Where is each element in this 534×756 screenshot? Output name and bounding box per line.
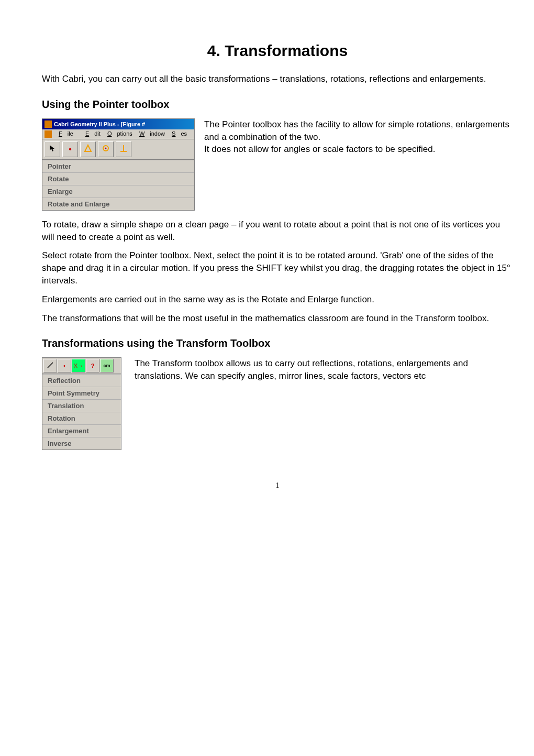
menu-rotate-and-enlarge[interactable]: Rotate and Enlarge (42, 198, 194, 210)
arrow-icon: X→ (74, 363, 83, 369)
transform-toolbar: • X→ ? cm (42, 358, 121, 374)
transform-tool-button[interactable]: X→ (72, 359, 85, 372)
page-number: 1 (42, 481, 513, 490)
pointer-tool-button[interactable] (44, 141, 60, 157)
transform-window-screenshot: • X→ ? cm Reflection Point Symmetry Tran… (42, 357, 121, 450)
para-transform-intro: The transformations that will be the mos… (42, 312, 513, 325)
calc-tool-button[interactable]: ? (86, 359, 99, 372)
menu-point-symmetry[interactable]: Point Symmetry (42, 387, 121, 399)
menu-rotate[interactable]: Rotate (42, 172, 194, 185)
svg-point-1 (105, 147, 107, 149)
menu-reflection[interactable]: Reflection (42, 374, 121, 387)
question-icon: ? (91, 363, 95, 369)
rotate-point-icon (102, 144, 110, 155)
triangle-tool-button[interactable] (80, 141, 96, 157)
section1-heading: Using the Pointer toolbox (42, 98, 513, 111)
section2-text: The Transform toolbox allows us to carry… (135, 357, 513, 382)
pointer-icon (49, 145, 56, 154)
measure-tool-button[interactable]: cm (100, 359, 114, 372)
app-icon (44, 120, 52, 128)
titlebar-text: Cabri Geometry II Plus - [Figure # (54, 121, 145, 127)
section2-heading: Transformations using the Transform Tool… (42, 337, 513, 349)
menu-inverse[interactable]: Inverse (42, 437, 121, 450)
line-icon (47, 361, 54, 370)
menu-enlargement[interactable]: Enlargement (42, 424, 121, 437)
transform-menu: Reflection Point Symmetry Translation Ro… (42, 374, 121, 450)
section1-text: The Pointer toolbox has the facility to … (204, 118, 513, 156)
para-rotate-intro: To rotate, draw a simple shape on a clea… (42, 218, 513, 244)
point-icon: • (63, 363, 65, 369)
menu-rotation[interactable]: Rotation (42, 412, 121, 424)
dot-icon: • (69, 145, 72, 154)
menu-window[interactable]: Window (139, 130, 165, 137)
para-rotate-instructions: Select rotate from the Pointer toolbox. … (42, 249, 513, 287)
point-tool-button-2[interactable]: • (58, 359, 71, 372)
page: 4. Transformations With Cabri, you can c… (0, 0, 534, 516)
menu-pointer[interactable]: Pointer (42, 160, 194, 172)
menu-edit[interactable]: Edit (85, 130, 101, 137)
para-enlargements: Enlargements are carried out in the same… (42, 293, 513, 306)
rotate-tool-button[interactable] (98, 141, 114, 157)
triangle-icon (84, 144, 92, 155)
menu-translation[interactable]: Translation (42, 399, 121, 412)
menu-enlarge[interactable]: Enlarge (42, 185, 194, 198)
cm-icon: cm (103, 363, 110, 368)
menu-options[interactable]: Options (107, 130, 132, 137)
menu-ses[interactable]: Ses (172, 130, 187, 137)
line-tool-button[interactable] (43, 359, 57, 372)
page-title: 4. Transformations (42, 42, 513, 60)
toolbar: • (42, 139, 194, 160)
cabri-window-screenshot: Cabri Geometry II Plus - [Figure # File … (42, 118, 195, 211)
pointer-menu: Pointer Rotate Enlarge Rotate and Enlarg… (42, 160, 194, 210)
point-tool-button[interactable]: • (62, 141, 78, 157)
doc-icon (44, 130, 52, 138)
perp-icon (119, 144, 128, 155)
menu-file[interactable]: File (59, 130, 79, 137)
menubar: File Edit Options Window Ses (42, 129, 194, 139)
perp-tool-button[interactable] (116, 141, 131, 157)
intro-paragraph: With Cabri, you can carry out all the ba… (42, 73, 513, 85)
titlebar: Cabri Geometry II Plus - [Figure # (42, 119, 194, 129)
